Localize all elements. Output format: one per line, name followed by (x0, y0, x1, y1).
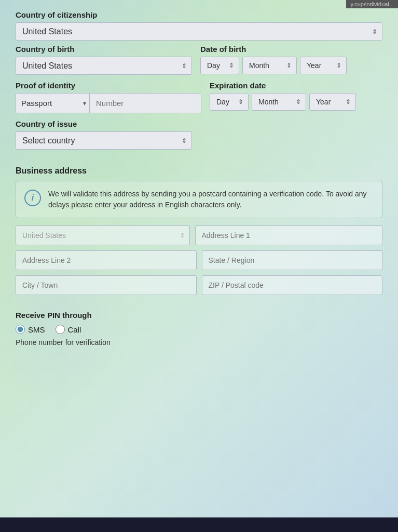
proof-row: Proof of identity Passport Driver's Lice… (16, 81, 382, 113)
citizenship-section: Country of citizenship United States Can… (16, 10, 382, 41)
expiry-label: Expiration date (210, 81, 382, 90)
expiry-month-select[interactable]: Month JanuaryFebruaryMarch AprilMayJune … (252, 93, 306, 111)
birth-country-select[interactable]: United States Canada United Kingdom Aust… (16, 57, 192, 75)
dob-month-wrapper: Month JanuaryFebruaryMarch AprilMayJune … (242, 57, 297, 74)
country-issue-select-wrapper: Select country United States Canada Unit… (16, 131, 192, 150)
address-country-wrapper: United States Canada United Kingdom (16, 225, 190, 245)
info-icon: i (24, 190, 41, 206)
birth-row: Country of birth United States Canada Un… (16, 45, 382, 75)
expiry-col: Expiration date Day 151015202531 Month J… (210, 81, 382, 111)
proof-type-wrapper: Passport Driver's License National ID (16, 94, 90, 113)
citizenship-label: Country of citizenship (16, 10, 382, 19)
dob-year-wrapper: Year 20001990198019701960 (300, 57, 347, 74)
expiry-date-group: Day 151015202531 Month JanuaryFebruaryMa… (210, 93, 382, 111)
dob-label: Date of birth (200, 45, 382, 54)
phone-verification-label: Phone number for verification (16, 338, 382, 347)
dob-date-group: Day 12345 1015202531 Month JanuaryFebrua… (200, 57, 382, 74)
proof-type-select[interactable]: Passport Driver's License National ID (16, 94, 89, 113)
call-option[interactable]: Call (56, 325, 81, 334)
business-address-section: Business address i We will validate this… (16, 166, 382, 295)
address-row-3 (16, 275, 382, 295)
info-box: i We will validate this address by sendi… (16, 181, 382, 218)
dob-day-wrapper: Day 12345 1015202531 (200, 57, 239, 74)
address-fields: United States Canada United Kingdom (16, 225, 382, 295)
sms-option[interactable]: SMS (16, 325, 45, 334)
address-row-2 (16, 250, 382, 270)
address-line2-input[interactable] (16, 250, 197, 270)
sms-radio[interactable] (16, 325, 25, 334)
zip-input[interactable] (202, 275, 383, 295)
birth-country-select-wrapper: United States Canada United Kingdom Aust… (16, 57, 192, 75)
pin-radio-group: SMS Call (16, 325, 382, 334)
city-input[interactable] (16, 275, 197, 295)
receive-pin-label: Receive PIN through (16, 311, 382, 320)
proof-col: Proof of identity Passport Driver's Lice… (16, 81, 201, 113)
state-input[interactable] (202, 250, 383, 270)
proof-label: Proof of identity (16, 81, 201, 90)
bottom-bar (0, 517, 398, 532)
proof-number-input[interactable] (90, 94, 201, 113)
receive-pin-section: Receive PIN through SMS Call Phone numbe… (16, 311, 382, 347)
expiry-day-wrapper: Day 151015202531 (210, 93, 249, 111)
birth-country-col: Country of birth United States Canada Un… (16, 45, 192, 75)
dob-day-select[interactable]: Day 12345 1015202531 (200, 57, 239, 74)
proof-identity-row: Passport Driver's License National ID (16, 93, 201, 113)
info-text: We will validate this address by sending… (48, 189, 374, 210)
address-row-1: United States Canada United Kingdom (16, 225, 382, 245)
birth-country-label: Country of birth (16, 45, 192, 54)
call-label: Call (68, 325, 81, 334)
country-issue-select[interactable]: Select country United States Canada Unit… (16, 131, 192, 150)
dob-month-select[interactable]: Month JanuaryFebruaryMarch AprilMayJune … (242, 57, 297, 74)
top-bar: y.cup/individual... (346, 0, 398, 8)
dob-year-select[interactable]: Year 20001990198019701960 (300, 57, 347, 74)
country-issue-label: Country of issue (16, 119, 382, 128)
address-country-select[interactable]: United States Canada United Kingdom (16, 225, 190, 245)
business-address-label: Business address (16, 166, 382, 176)
country-issue-section: Country of issue Select country United S… (16, 119, 382, 150)
address-line1-input[interactable] (195, 225, 383, 245)
call-radio[interactable] (56, 325, 65, 334)
url-text: y.cup/individual... (350, 1, 394, 7)
citizenship-select[interactable]: United States Canada United Kingdom Aust… (16, 22, 382, 41)
citizenship-select-wrapper: United States Canada United Kingdom Aust… (16, 22, 382, 41)
expiry-year-select[interactable]: Year 202520262027202820292030 (309, 93, 356, 111)
dob-col: Date of birth Day 12345 1015202531 Month… (200, 45, 382, 74)
expiry-month-wrapper: Month JanuaryFebruaryMarch AprilMayJune … (252, 93, 306, 111)
expiry-year-wrapper: Year 202520262027202820292030 (309, 93, 356, 111)
expiry-day-select[interactable]: Day 151015202531 (210, 93, 249, 111)
sms-label: SMS (28, 325, 45, 334)
